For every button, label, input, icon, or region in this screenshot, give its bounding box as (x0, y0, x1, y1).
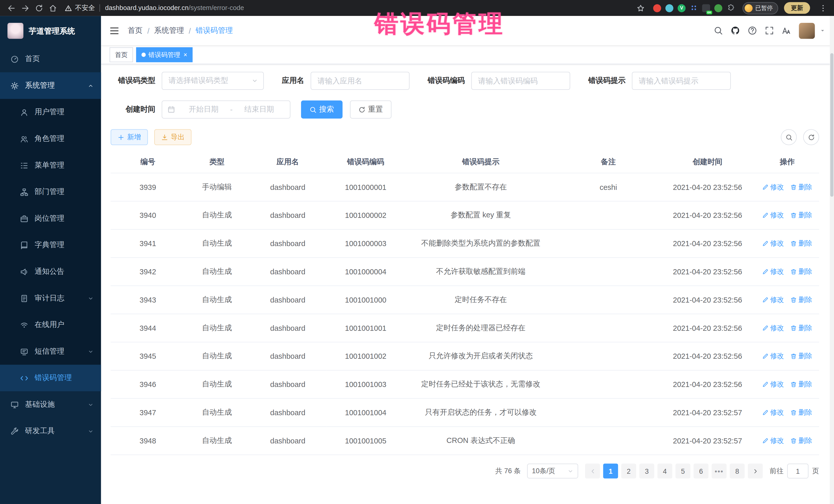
sidebar-item-sms[interactable]: 短信管理 (0, 338, 101, 365)
sidebar-item-audit-log[interactable]: 审计日志 (0, 285, 101, 311)
app-name-input[interactable] (310, 72, 410, 90)
extension-teal-icon[interactable] (665, 4, 673, 12)
page-button-4[interactable]: 4 (657, 464, 672, 479)
edit-link[interactable]: 修改 (762, 267, 784, 277)
table-row: 3943自动生成dashboard1001001000定时任务不存在2021-0… (111, 286, 819, 314)
extensions-puzzle-icon[interactable] (726, 4, 734, 12)
avatar-caret-icon[interactable] (820, 28, 826, 34)
edit-link[interactable]: 修改 (762, 379, 784, 389)
page-button-2[interactable]: 2 (621, 464, 636, 479)
edit-link[interactable]: 修改 (762, 239, 784, 248)
app-logo[interactable]: 芋道管理系统 (0, 16, 101, 46)
cell-actions: 修改删除 (755, 398, 819, 427)
delete-link[interactable]: 删除 (790, 436, 812, 445)
sidebar-item-dict[interactable]: 字典管理 (0, 232, 101, 258)
add-button[interactable]: 新增 (111, 129, 148, 145)
edit-link[interactable]: 修改 (762, 436, 784, 445)
sidebar-toggle-icon[interactable] (110, 26, 119, 35)
edit-link[interactable]: 修改 (762, 323, 784, 333)
export-button[interactable]: 导出 (154, 129, 192, 145)
github-icon[interactable] (731, 26, 740, 35)
sidebar-item-notice[interactable]: 通知公告 (0, 258, 101, 285)
delete-link[interactable]: 删除 (790, 408, 812, 417)
kebab-menu-icon[interactable] (816, 1, 830, 15)
cell-app: dashboard (249, 398, 327, 427)
page-button-6[interactable]: 6 (694, 464, 708, 479)
sidebar-item-user[interactable]: 用户管理 (0, 99, 101, 126)
next-page-button[interactable] (748, 464, 763, 479)
page-button-1[interactable]: 1 (603, 464, 618, 479)
bookmark-star-icon[interactable] (634, 1, 648, 15)
extension-green-v-icon[interactable]: V (678, 4, 686, 12)
user-avatar[interactable] (799, 23, 815, 39)
delete-link[interactable]: 删除 (790, 351, 812, 361)
delete-link[interactable]: 删除 (790, 295, 812, 305)
column-header: 类型 (185, 151, 249, 173)
delete-link[interactable]: 删除 (790, 211, 812, 220)
extension-blue-grid-icon[interactable]: ∷ (690, 4, 698, 12)
address-bar[interactable]: 不安全 dashboard.yudao.iocoder.cn/system/er… (65, 3, 628, 12)
font-size-icon[interactable] (782, 26, 791, 35)
error-type-select[interactable]: 请选择错误码类型 (162, 72, 264, 90)
page-button-3[interactable]: 3 (639, 464, 654, 479)
create-time-range-picker[interactable]: 开始日期 - 结束日期 (162, 101, 290, 118)
sidebar-item-system[interactable]: 系统管理 (0, 72, 101, 99)
sidebar-item-menu[interactable]: 菜单管理 (0, 152, 101, 179)
reset-button[interactable]: 重置 (350, 101, 392, 118)
search-button[interactable]: 搜索 (301, 101, 343, 118)
home-icon[interactable] (46, 1, 60, 15)
help-icon[interactable] (748, 26, 757, 35)
edit-link[interactable]: 修改 (762, 351, 784, 361)
error-msg-input[interactable] (632, 72, 731, 90)
sidebar-item-infra[interactable]: 基础设施 (0, 391, 101, 418)
sidebar-item-role[interactable]: 角色管理 (0, 126, 101, 152)
scrollbar-thumb[interactable] (830, 53, 833, 197)
reload-icon[interactable] (32, 1, 46, 15)
sidebar-item-dev-tools[interactable]: 研发工具 (0, 418, 101, 444)
page-button-8[interactable]: 8 (730, 464, 745, 479)
sidebar-item-post[interactable]: 岗位管理 (0, 205, 101, 232)
error-code-label: 错误码编码 (427, 76, 465, 85)
refresh-table-button[interactable] (803, 129, 819, 145)
toggle-search-button[interactable] (781, 129, 797, 145)
extension-green-icon[interactable] (715, 4, 722, 12)
breadcrumb-item[interactable]: 系统管理 (154, 26, 184, 35)
page-button-5[interactable]: 5 (675, 464, 690, 479)
more-pages-button[interactable]: ••• (711, 464, 726, 479)
sidebar-item-online-user[interactable]: 在线用户 (0, 311, 101, 338)
sidebar-item-error-code[interactable]: 错误码管理 (0, 365, 101, 391)
delete-link[interactable]: 删除 (790, 379, 812, 389)
breadcrumb-item[interactable]: 首页 (128, 26, 142, 35)
error-code-input[interactable] (471, 72, 570, 90)
delete-link[interactable]: 删除 (790, 239, 812, 248)
delete-link[interactable]: 删除 (790, 267, 812, 277)
delete-link[interactable]: 删除 (790, 323, 812, 333)
goto-page-input[interactable] (787, 464, 809, 479)
cell-message: 定时任务的处理器已经存在 (405, 314, 557, 342)
breadcrumb-item[interactable]: 错误码管理 (196, 26, 233, 35)
tab-error-code[interactable]: 错误码管理× (136, 47, 193, 62)
extension-red-icon[interactable] (653, 4, 661, 12)
browser-profile-chip[interactable]: 已暂停 (742, 2, 778, 14)
close-tab-icon[interactable]: × (183, 51, 187, 59)
forward-icon[interactable] (18, 1, 32, 15)
extension-dark-on-icon[interactable]: on (702, 4, 710, 12)
browser-profile-avatar (745, 4, 753, 12)
edit-link[interactable]: 修改 (762, 295, 784, 305)
fullscreen-icon[interactable] (765, 26, 774, 35)
sidebar-item-home[interactable]: 首页 (0, 46, 101, 72)
header-search-icon[interactable] (714, 26, 723, 35)
cell-app: dashboard (249, 201, 327, 229)
tab-home[interactable]: 首页 (110, 47, 133, 62)
back-icon[interactable] (4, 1, 18, 15)
edit-link[interactable]: 修改 (762, 408, 784, 417)
delete-icon (790, 381, 797, 388)
browser-update-button[interactable]: 更新 (784, 2, 810, 14)
scrollbar[interactable] (830, 16, 834, 504)
edit-link[interactable]: 修改 (762, 211, 784, 220)
prev-page-button[interactable] (585, 464, 600, 479)
edit-link[interactable]: 修改 (762, 182, 784, 192)
page-size-select[interactable]: 10条/页 (527, 464, 578, 479)
delete-link[interactable]: 删除 (790, 182, 812, 192)
sidebar-item-dept[interactable]: 部门管理 (0, 179, 101, 205)
